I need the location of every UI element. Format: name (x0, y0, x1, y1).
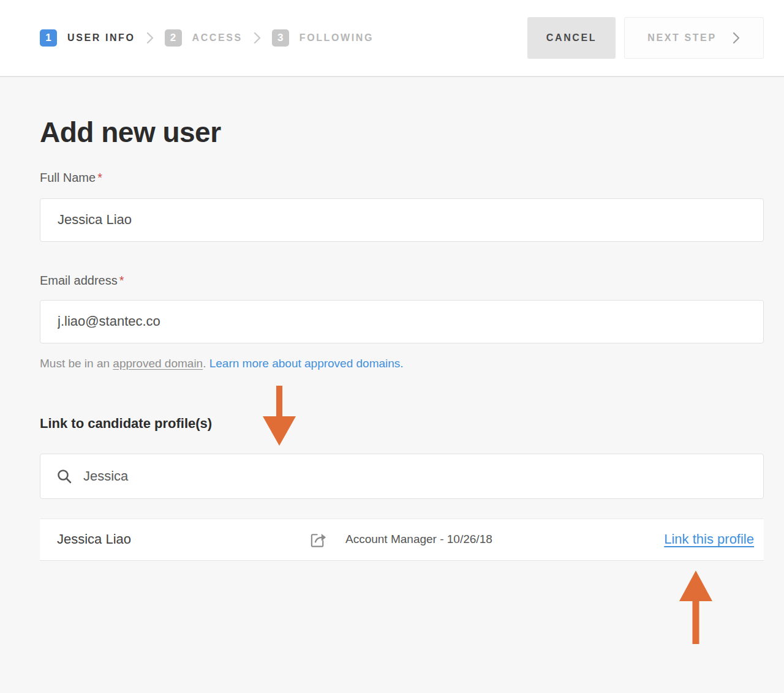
email-field[interactable] (40, 300, 764, 343)
step-number-badge: 3 (272, 29, 289, 47)
cancel-button[interactable]: CANCEL (527, 17, 616, 59)
step-following[interactable]: 3 FOLLOWING (272, 29, 374, 47)
helper-prefix: Must be in an (40, 357, 113, 370)
chevron-right-icon (146, 31, 154, 45)
link-candidate-heading: Link to candidate profile(s) (40, 416, 764, 432)
step-label: USER INFO (67, 32, 135, 43)
topbar-actions: CANCEL NEXT STEP (527, 17, 764, 59)
share-profile-icon (309, 531, 327, 549)
arrow-up-icon (679, 571, 712, 646)
topbar: 1 USER INFO 2 ACCESS 3 FOLLOWING CANCEL … (0, 0, 784, 77)
search-icon (56, 468, 72, 484)
step-access[interactable]: 2 ACCESS (165, 29, 243, 47)
step-user-info[interactable]: 1 USER INFO (40, 29, 135, 47)
chevron-right-icon (733, 31, 741, 45)
chevron-right-icon (253, 31, 262, 45)
step-label: FOLLOWING (300, 32, 374, 43)
required-asterisk: * (119, 274, 124, 287)
required-asterisk: * (97, 171, 102, 184)
add-user-form: Add new user Full Name* Email address* M… (0, 116, 784, 561)
full-name-field[interactable] (40, 198, 764, 242)
page-title: Add new user (40, 116, 764, 149)
email-helper-text: Must be in an approved domain. Learn mor… (40, 357, 764, 370)
wizard-stepper: 1 USER INFO 2 ACCESS 3 FOLLOWING (40, 29, 374, 47)
next-step-button[interactable]: NEXT STEP (624, 17, 764, 59)
step-number-badge: 2 (165, 29, 182, 47)
full-name-label: Full Name* (40, 171, 764, 185)
candidate-name: Jessica Liao (57, 531, 309, 547)
step-number-badge: 1 (40, 29, 57, 47)
candidate-role-date: Account Manager - 10/26/18 (345, 533, 492, 546)
email-label: Email address* (40, 274, 764, 288)
candidate-result-row: Jessica Liao Account Manager - 10/26/18 … (40, 519, 764, 561)
candidate-search-input[interactable] (83, 468, 747, 484)
approved-domain-term[interactable]: approved domain (113, 357, 203, 370)
next-step-label: NEXT STEP (647, 32, 716, 43)
candidate-meta: Account Manager - 10/26/18 (309, 531, 492, 549)
step-label: ACCESS (192, 32, 243, 43)
learn-more-link[interactable]: Learn more about approved domains. (209, 357, 404, 370)
full-name-label-text: Full Name (40, 171, 96, 184)
email-label-text: Email address (40, 274, 118, 287)
candidate-search-box[interactable] (40, 454, 764, 499)
helper-separator: . (203, 357, 209, 370)
link-this-profile-link[interactable]: Link this profile (664, 531, 754, 547)
